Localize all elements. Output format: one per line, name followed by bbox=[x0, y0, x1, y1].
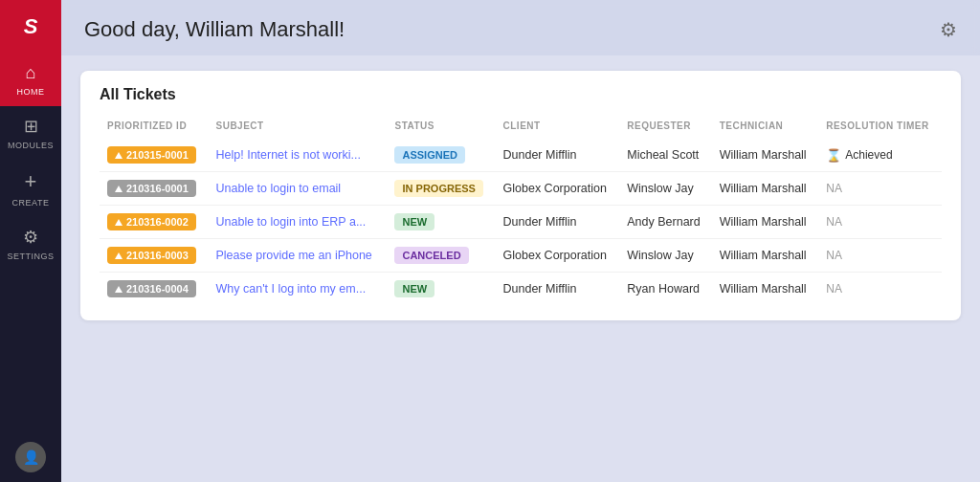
modules-icon: ⊞ bbox=[24, 116, 38, 137]
page-title: Good day, William Marshall! bbox=[84, 17, 345, 42]
cell-client: Dunder Mifflin bbox=[496, 273, 620, 306]
cell-resolution: NA bbox=[818, 172, 942, 206]
main-content: Good day, William Marshall! ⚙ All Ticket… bbox=[61, 0, 980, 482]
status-badge: NEW bbox=[394, 213, 434, 230]
gear-icon[interactable]: ⚙ bbox=[940, 18, 957, 41]
cell-requester: Winslow Jay bbox=[619, 172, 711, 206]
hourglass-icon: ⌛ bbox=[826, 148, 841, 163]
sidebar-item-create-label: CREATE bbox=[12, 198, 50, 208]
cell-status: CANCELED bbox=[387, 239, 495, 273]
cell-technician: William Marshall bbox=[712, 206, 819, 239]
col-header-subject: SUBJECT bbox=[209, 117, 388, 139]
priority-badge[interactable]: 210316-0003 bbox=[107, 247, 196, 264]
status-badge: CANCELED bbox=[394, 247, 468, 264]
resolution-text: Achieved bbox=[845, 148, 892, 162]
sidebar-item-modules-label: MODULES bbox=[8, 141, 54, 150]
cell-status: NEW bbox=[387, 273, 495, 306]
col-header-status: STATUS bbox=[387, 117, 495, 139]
content-area: All Tickets PRIORITIZED ID SUBJECT STATU… bbox=[61, 55, 980, 482]
col-header-client: CLIENT bbox=[496, 117, 620, 139]
col-header-resolution: RESOLUTION TIMER bbox=[818, 117, 942, 139]
col-header-requester: REQUESTER bbox=[619, 117, 711, 139]
cell-resolution: NA bbox=[818, 239, 942, 273]
header: Good day, William Marshall! ⚙ bbox=[61, 0, 980, 55]
priority-badge[interactable]: 210316-0001 bbox=[107, 180, 196, 197]
cell-technician: William Marshall bbox=[712, 139, 819, 172]
resolution-na: NA bbox=[826, 282, 842, 296]
cell-requester: Winslow Jay bbox=[619, 239, 711, 273]
subject-link[interactable]: Help! Internet is not worki... bbox=[216, 148, 361, 162]
cell-requester: Ryan Howard bbox=[619, 273, 711, 306]
subject-link[interactable]: Unable to login to email bbox=[216, 182, 342, 195]
cell-priority-id: 210316-0002 bbox=[100, 206, 209, 239]
avatar[interactable]: 👤 bbox=[15, 442, 46, 472]
priority-triangle-icon bbox=[115, 286, 122, 293]
cell-client: Dunder Mifflin bbox=[496, 206, 620, 239]
priority-triangle-icon bbox=[115, 252, 122, 259]
priority-triangle-icon bbox=[115, 152, 122, 159]
cell-subject: Help! Internet is not worki... bbox=[209, 139, 388, 172]
sidebar-item-modules[interactable]: ⊞ MODULES bbox=[0, 106, 61, 160]
priority-badge[interactable]: 210315-0001 bbox=[107, 146, 196, 164]
cell-requester: Andy Bernard bbox=[619, 206, 711, 239]
subject-link[interactable]: Why can't I log into my em... bbox=[216, 282, 367, 296]
table-row: 210316-0004Why can't I log into my em...… bbox=[100, 273, 942, 306]
cell-technician: William Marshall bbox=[712, 273, 819, 306]
subject-link[interactable]: Please provide me an iPhone bbox=[216, 249, 372, 262]
cell-subject: Unable to login to email bbox=[209, 172, 388, 206]
table-row: 210316-0002Unable to login into ERP a...… bbox=[100, 206, 942, 239]
status-badge: IN PROGRESS bbox=[394, 180, 482, 197]
resolution-na: NA bbox=[826, 249, 842, 262]
table-row: 210316-0003Please provide me an iPhoneCA… bbox=[100, 239, 942, 273]
resolution-na: NA bbox=[826, 182, 842, 195]
tickets-card: All Tickets PRIORITIZED ID SUBJECT STATU… bbox=[80, 71, 961, 320]
sidebar-bottom: 👤 bbox=[15, 442, 46, 472]
cell-status: NEW bbox=[387, 206, 495, 239]
cell-resolution: NA bbox=[818, 206, 942, 239]
cell-requester: Micheal Scott bbox=[619, 139, 711, 172]
table-row: 210316-0001Unable to login to emailIN PR… bbox=[100, 172, 942, 206]
cell-client: Globex Corporation bbox=[496, 172, 620, 206]
cell-status: ASSIGNED bbox=[387, 139, 495, 172]
tickets-table: PRIORITIZED ID SUBJECT STATUS CLIENT REQ… bbox=[100, 117, 942, 305]
cell-subject: Why can't I log into my em... bbox=[209, 273, 388, 306]
cell-priority-id: 210316-0003 bbox=[100, 239, 209, 273]
subject-link[interactable]: Unable to login into ERP a... bbox=[216, 215, 367, 229]
cell-technician: William Marshall bbox=[712, 172, 819, 206]
status-badge: ASSIGNED bbox=[394, 146, 464, 164]
priority-triangle-icon bbox=[115, 186, 122, 192]
cell-client: Globex Corporation bbox=[496, 239, 620, 273]
home-icon: ⌂ bbox=[26, 63, 36, 83]
cell-technician: William Marshall bbox=[712, 239, 819, 273]
app-logo: S bbox=[0, 0, 61, 54]
cell-resolution: NA bbox=[818, 273, 942, 306]
priority-badge[interactable]: 210316-0002 bbox=[107, 213, 196, 230]
sidebar-item-home-label: HOME bbox=[17, 87, 45, 97]
sidebar: S ⌂ HOME ⊞ MODULES + CREATE ⚙ SETTINGS 👤 bbox=[0, 0, 61, 482]
table-row: 210315-0001Help! Internet is not worki..… bbox=[100, 139, 942, 172]
status-badge: NEW bbox=[394, 280, 434, 297]
cell-subject: Unable to login into ERP a... bbox=[209, 206, 388, 239]
cell-priority-id: 210316-0001 bbox=[100, 172, 209, 206]
table-header-row: PRIORITIZED ID SUBJECT STATUS CLIENT REQ… bbox=[100, 117, 942, 139]
priority-triangle-icon bbox=[115, 219, 122, 226]
sidebar-item-settings[interactable]: ⚙ SETTINGS bbox=[0, 217, 61, 271]
col-header-technician: TECHNICIAN bbox=[712, 117, 819, 139]
create-icon: + bbox=[25, 169, 37, 194]
settings-gear-icon: ⚙ bbox=[23, 227, 38, 248]
tickets-section-title: All Tickets bbox=[100, 86, 942, 103]
sidebar-item-settings-label: SETTINGS bbox=[7, 252, 54, 261]
sidebar-item-home[interactable]: ⌂ HOME bbox=[0, 54, 61, 106]
cell-priority-id: 210315-0001 bbox=[100, 139, 209, 172]
cell-priority-id: 210316-0004 bbox=[100, 273, 209, 306]
priority-badge[interactable]: 210316-0004 bbox=[107, 280, 196, 297]
col-header-id: PRIORITIZED ID bbox=[100, 117, 209, 139]
cell-client: Dunder Mifflin bbox=[496, 139, 620, 172]
cell-subject: Please provide me an iPhone bbox=[209, 239, 388, 273]
sidebar-item-create[interactable]: + CREATE bbox=[0, 160, 61, 217]
cell-resolution: ⌛Achieved bbox=[818, 139, 942, 172]
resolution-na: NA bbox=[826, 215, 842, 229]
cell-status: IN PROGRESS bbox=[387, 172, 495, 206]
